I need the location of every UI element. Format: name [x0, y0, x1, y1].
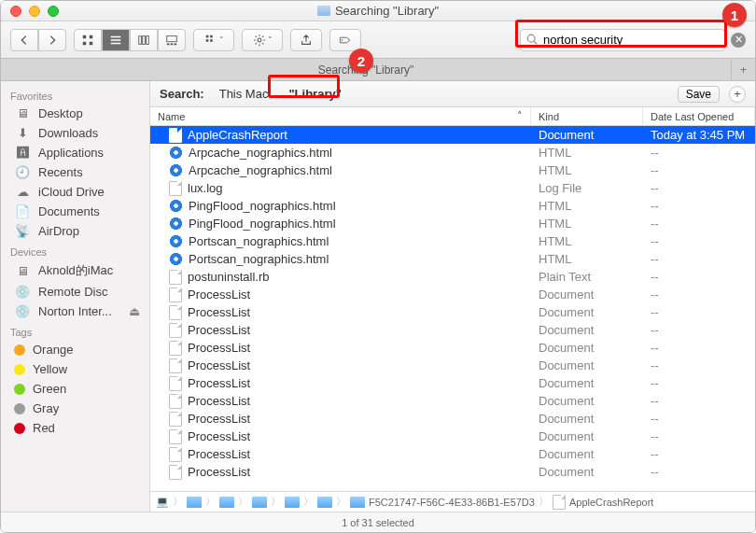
file-name: PingFlood_nographics.html [189, 199, 336, 213]
file-row[interactable]: Portscan_nographics.htmlHTML-- [150, 232, 755, 250]
column-name[interactable]: Name˄ [150, 107, 531, 125]
column-headers: Name˄ Kind Date Last Opened [150, 107, 755, 126]
file-row[interactable]: PingFlood_nographics.htmlHTML-- [150, 215, 755, 232]
sidebar-icon: 🕘 [14, 165, 31, 179]
column-view-button[interactable] [130, 29, 158, 51]
file-name: ProcessList [188, 323, 250, 337]
sidebar-item-label: Applications [38, 146, 104, 160]
sidebar-item[interactable]: 🖥Desktop [1, 104, 149, 123]
file-name: Portscan_nographics.html [189, 234, 329, 248]
file-row[interactable]: ProcessListDocument-- [150, 374, 755, 392]
file-row[interactable]: AppleCrashReportDocumentToday at 3:45 PM [150, 126, 755, 144]
file-row[interactable]: ProcessListDocument-- [150, 286, 755, 303]
sidebar-item-label: Downloads [38, 126, 98, 140]
file-kind: Document [531, 358, 643, 372]
file-name: ProcessList [188, 447, 250, 461]
save-search-button[interactable]: Save [678, 86, 720, 103]
sidebar-tag[interactable]: Yellow [1, 359, 149, 379]
file-icon [169, 270, 182, 285]
file-row[interactable]: ProcessListDocument-- [150, 445, 755, 463]
sidebar-item[interactable]: 💿Remote Disc [1, 282, 149, 302]
svg-point-15 [258, 38, 261, 42]
path-segment[interactable]: F5C21747-F56C-4E33-86B1-E57D3 [369, 497, 535, 508]
sidebar-item[interactable]: 💿Norton Inter...⏏ [1, 302, 149, 321]
tab-bar: Searching "Library" + [1, 59, 755, 81]
clear-search-button[interactable]: ✕ [731, 33, 746, 48]
search-scope-bar: Search: This Mac "Library" Save + [150, 81, 755, 107]
file-row[interactable]: Arpcache_nographics.htmlHTML-- [150, 144, 755, 161]
path-leaf[interactable]: AppleCrashReport [569, 497, 654, 508]
svg-rect-8 [167, 43, 170, 45]
folder-icon [252, 497, 267, 508]
share-button[interactable] [290, 29, 322, 51]
sidebar-heading-favorites: Favorites [1, 85, 149, 104]
sidebar: Favorites 🖥Desktop⬇Downloads🅰Application… [1, 81, 150, 512]
file-kind: Document [531, 447, 643, 461]
svg-point-16 [342, 39, 343, 40]
file-row[interactable]: ProcessListDocument-- [150, 321, 755, 339]
file-row[interactable]: Arpcache_nographics.htmlHTML-- [150, 161, 755, 179]
scope-this-mac[interactable]: This Mac [214, 85, 274, 103]
column-kind[interactable]: Kind [531, 107, 643, 125]
file-row[interactable]: postuninstall.rbPlain Text-- [150, 268, 755, 286]
file-row[interactable]: ProcessListDocument-- [150, 392, 755, 410]
sidebar-tag[interactable]: Gray [1, 399, 149, 418]
file-row[interactable]: ProcessListDocument-- [150, 428, 755, 445]
sidebar-tag[interactable]: Green [1, 379, 149, 399]
file-kind: Document [531, 429, 643, 443]
file-row[interactable]: PingFlood_nographics.htmlHTML-- [150, 197, 755, 215]
action-button[interactable]: ˅ [242, 29, 283, 51]
gallery-view-button[interactable] [158, 29, 186, 51]
add-criteria-button[interactable]: + [729, 86, 746, 103]
file-row[interactable]: ProcessListDocument-- [150, 357, 755, 374]
svg-rect-1 [90, 35, 93, 38]
icon-view-button[interactable] [74, 29, 102, 51]
sidebar-tag[interactable]: Red [1, 418, 149, 438]
sidebar-tag[interactable]: Orange [1, 340, 149, 359]
eject-icon[interactable]: ⏏ [129, 304, 140, 318]
file-date: -- [643, 199, 755, 213]
close-window-button[interactable] [10, 6, 21, 17]
maximize-window-button[interactable] [48, 6, 59, 17]
file-row[interactable]: Portscan_nographics.htmlHTML-- [150, 250, 755, 268]
file-kind: Plain Text [531, 270, 643, 284]
file-kind: Document [531, 323, 643, 337]
minimize-window-button[interactable] [29, 6, 40, 17]
sidebar-item[interactable]: 📡AirDrop [1, 221, 149, 241]
sidebar-item[interactable]: 🕘Recents [1, 162, 149, 182]
sidebar-item[interactable]: ⬇Downloads [1, 123, 149, 143]
file-row[interactable]: lux.logLog File-- [150, 179, 755, 197]
file-icon [553, 495, 566, 510]
file-icon [169, 163, 183, 177]
tags-button[interactable] [329, 29, 361, 51]
sidebar-item-label: Documents [38, 204, 100, 218]
file-row[interactable]: ProcessListDocument-- [150, 303, 755, 321]
file-icon [169, 412, 182, 427]
forward-button[interactable] [38, 29, 66, 51]
file-row[interactable]: ProcessListDocument-- [150, 339, 755, 357]
file-row[interactable]: ProcessListDocument-- [150, 410, 755, 428]
file-name: ProcessList [188, 358, 250, 372]
file-kind: Document [531, 341, 643, 355]
arrange-button[interactable]: ˅ [193, 29, 234, 51]
list-view-button[interactable] [102, 29, 130, 51]
sidebar-item[interactable]: 📄Documents [1, 202, 149, 221]
file-icon [169, 146, 183, 160]
file-date: -- [643, 323, 755, 337]
path-bar[interactable]: 💻〉 〉 〉 〉 〉 〉 F5C21747-F56C-4E33-86B1-E57… [150, 491, 755, 512]
sort-asc-icon: ˄ [517, 110, 523, 122]
file-name: postuninstall.rb [188, 270, 269, 284]
file-list[interactable]: AppleCrashReportDocumentToday at 3:45 PM… [150, 126, 755, 491]
file-row[interactable]: ProcessListDocument-- [150, 463, 755, 481]
svg-rect-10 [175, 43, 177, 45]
file-icon [169, 341, 182, 356]
sidebar-item-label: AirDrop [38, 224, 79, 238]
sidebar-item[interactable]: ☁iCloud Drive [1, 182, 149, 202]
column-date[interactable]: Date Last Opened [643, 107, 755, 125]
sidebar-item[interactable]: 🖥Aknold的iMac [1, 259, 149, 282]
scope-library[interactable]: "Library" [283, 85, 346, 103]
search-input[interactable] [520, 29, 725, 51]
sidebar-item[interactable]: 🅰Applications [1, 143, 149, 162]
new-tab-button[interactable]: + [731, 59, 755, 80]
back-button[interactable] [10, 29, 38, 51]
